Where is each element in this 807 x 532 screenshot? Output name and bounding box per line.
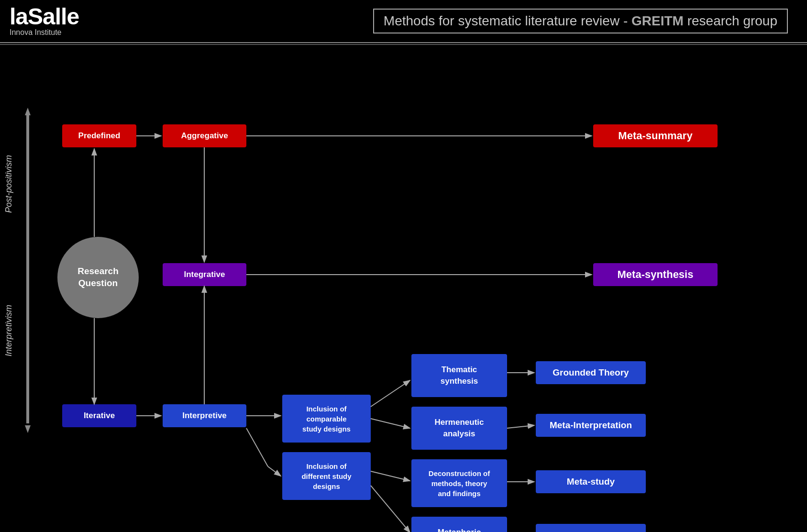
deconstruction-node: Deconstruction ofmethods, theoryand find… xyxy=(411,459,507,507)
hermeneutic-analysis-node: Hermeneuticanalysis xyxy=(411,407,507,450)
meta-study-result: Meta-study xyxy=(536,470,646,493)
diagram: Post-positivism Interpretivism ResearchQ… xyxy=(0,50,807,532)
svg-line-18 xyxy=(371,471,410,481)
iterative-node: Iterative xyxy=(62,404,136,427)
logo-text: laSalle xyxy=(10,5,79,28)
meta-interpretation-result: Meta-Interpretation xyxy=(536,414,646,437)
different-study-node: Inclusion ofdifferent studydesigns xyxy=(282,452,371,500)
vertical-arrow xyxy=(23,108,33,433)
thematic-synthesis-node: Thematicsynthesis xyxy=(411,354,507,397)
logo-area: laSalle Innova Institute xyxy=(10,5,79,37)
label-interpretivism: Interpretivism xyxy=(4,251,14,356)
svg-line-14 xyxy=(246,428,268,466)
header: laSalle Innova Institute Methods for sys… xyxy=(0,0,807,43)
meta-ethnography-result: Meta-ethnography xyxy=(536,524,646,532)
meta-synthesis-result: Meta-synthesis xyxy=(593,263,718,286)
header-title: Methods for systematic literature review… xyxy=(384,13,777,28)
metaphoric-translation-node: Metaphorictranslation xyxy=(411,517,507,532)
svg-line-19 xyxy=(371,486,410,532)
meta-summary-result: Meta-summary xyxy=(593,124,718,147)
svg-line-15 xyxy=(268,466,281,476)
integrative-node: Integrative xyxy=(163,263,246,286)
svg-marker-2 xyxy=(25,108,31,115)
header-title-bold: GREITM xyxy=(631,13,684,28)
aggregative-node: Aggregative xyxy=(163,124,246,147)
header-title-box: Methods for systematic literature review… xyxy=(373,9,788,33)
svg-line-21 xyxy=(507,425,534,428)
header-title-normal: Methods for systematic literature review… xyxy=(384,13,631,28)
label-post-positivism: Post-positivism xyxy=(4,117,14,213)
svg-line-17 xyxy=(371,419,410,428)
research-question-node: ResearchQuestion xyxy=(57,237,139,318)
comparable-study-node: Inclusion ofcomparablestudy designs xyxy=(282,395,371,443)
predefined-node: Predefined xyxy=(62,124,136,147)
svg-marker-4 xyxy=(25,425,31,433)
svg-line-16 xyxy=(371,380,410,407)
svg-rect-3 xyxy=(26,115,29,423)
header-divider xyxy=(0,44,807,45)
grounded-theory-result: Grounded Theory xyxy=(536,361,646,384)
logo-subtitle: Innova Institute xyxy=(10,28,79,37)
interpretive-node: Interpretive xyxy=(163,404,246,427)
header-title-suffix: research group xyxy=(684,13,777,28)
